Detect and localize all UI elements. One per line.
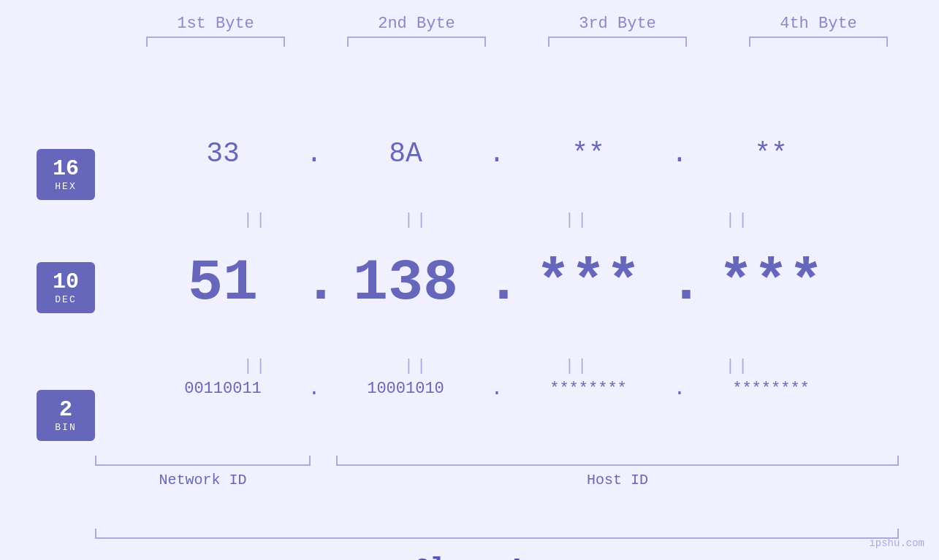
bracket-4 xyxy=(749,37,888,47)
sep-8: || xyxy=(658,357,818,375)
bin-val-1: 00110011 xyxy=(142,380,303,398)
sep-hex-dec: || || || || xyxy=(95,211,899,229)
byte-label-2: 2nd Byte xyxy=(336,15,497,33)
byte-label-1: 1st Byte xyxy=(135,15,296,33)
sep-4: || xyxy=(658,211,818,229)
dec-val-3: *** xyxy=(508,250,669,316)
byte-headers: 1st Byte 2nd Byte 3rd Byte 4th Byte xyxy=(115,15,919,33)
sep-2: || xyxy=(336,211,497,229)
bin-row: 00110011 . 10001010 . ******** . *******… xyxy=(95,377,899,400)
dec-dot-1: . xyxy=(303,250,325,316)
class-label: Class A xyxy=(0,554,939,560)
hex-name: HEX xyxy=(55,181,76,192)
host-bracket xyxy=(336,456,899,466)
main-container: 1st Byte 2nd Byte 3rd Byte 4th Byte 16 H… xyxy=(0,0,939,560)
network-bracket xyxy=(95,456,311,466)
hex-val-3: ** xyxy=(508,138,669,169)
watermark: ipshu.com xyxy=(869,537,924,549)
dec-val-2: 138 xyxy=(325,250,486,316)
dec-row: 51 . 138 . *** . *** xyxy=(95,250,899,316)
base-hex-label: 16 HEX xyxy=(37,149,95,200)
hex-val-2: 8A xyxy=(325,138,486,169)
sep-7: || xyxy=(497,357,658,375)
dec-dot-2: . xyxy=(486,250,508,316)
dec-name: DEC xyxy=(55,294,76,305)
base-dec-label: 10 DEC xyxy=(37,262,95,313)
bottom-labels: Network ID Host ID xyxy=(95,472,899,488)
bracket-1 xyxy=(146,37,285,47)
content-area: 16 HEX 10 DEC 2 BIN 33 . 8A . ** . ** ||… xyxy=(0,54,939,545)
host-id-label: Host ID xyxy=(336,472,899,488)
hex-val-4: ** xyxy=(691,138,851,169)
bin-val-4: ******** xyxy=(691,380,851,398)
sep-1: || xyxy=(175,211,336,229)
bin-val-2: 10001010 xyxy=(325,380,486,398)
bin-dot-1: . xyxy=(303,377,325,400)
bin-number: 2 xyxy=(59,398,72,422)
byte-label-4: 4th Byte xyxy=(738,15,899,33)
hex-row: 33 . 8A . ** . ** xyxy=(95,138,899,169)
hex-dot-1: . xyxy=(303,138,325,169)
sep-5: || xyxy=(175,357,336,375)
dec-dot-3: . xyxy=(669,250,691,316)
bin-val-3: ******** xyxy=(508,380,669,398)
bracket-2 xyxy=(347,37,486,47)
bin-name: BIN xyxy=(55,422,76,433)
sep-3: || xyxy=(497,211,658,229)
top-bracket-row xyxy=(115,37,919,47)
sep-6: || xyxy=(336,357,497,375)
sep-dec-bin: || || || || xyxy=(95,357,899,375)
bottom-section: Network ID Host ID xyxy=(95,456,899,488)
dec-val-1: 51 xyxy=(142,250,303,316)
bin-dot-2: . xyxy=(486,377,508,400)
bracket-3 xyxy=(548,37,687,47)
network-id-label: Network ID xyxy=(95,472,311,488)
hex-val-1: 33 xyxy=(142,138,303,169)
hex-dot-2: . xyxy=(486,138,508,169)
byte-label-3: 3rd Byte xyxy=(537,15,698,33)
base-bin-label: 2 BIN xyxy=(37,390,95,441)
bottom-brackets xyxy=(95,456,899,466)
dec-val-4: *** xyxy=(691,250,851,316)
bin-dot-3: . xyxy=(669,377,691,400)
hex-number: 16 xyxy=(53,157,79,181)
outer-bracket xyxy=(95,529,899,539)
dec-number: 10 xyxy=(53,270,79,294)
hex-dot-3: . xyxy=(669,138,691,169)
